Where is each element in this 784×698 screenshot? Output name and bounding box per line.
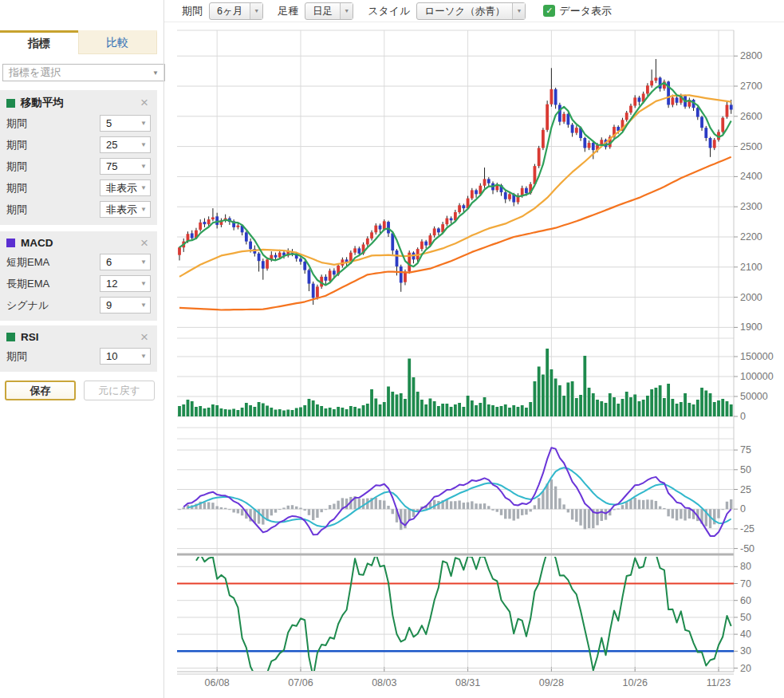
volume-bar (437, 406, 440, 416)
volume-bar (558, 385, 561, 416)
volume-bar (308, 399, 311, 416)
volume-bar (534, 381, 537, 416)
volume-bar (676, 404, 679, 416)
svg-text:80: 80 (740, 561, 751, 572)
svg-text:2600: 2600 (740, 111, 762, 122)
volume-bar (341, 408, 344, 416)
volume-bar (575, 398, 578, 416)
ma25-line (179, 95, 731, 277)
volume-bar (203, 408, 207, 416)
volume-bar (366, 404, 369, 416)
volume-bar (609, 393, 612, 416)
volume-bar (333, 409, 336, 416)
volume-bar (467, 396, 470, 416)
volume-bar (400, 393, 403, 416)
macd-signal-line (188, 467, 731, 526)
volume-bar (379, 404, 382, 416)
volume-panel (178, 349, 733, 416)
volume-bar (441, 404, 444, 416)
volume-bar (211, 404, 215, 416)
volume-bar (617, 404, 620, 416)
volume-bar (224, 409, 227, 416)
volume-bar (566, 383, 569, 417)
volume-bar (692, 404, 695, 416)
svg-text:0: 0 (740, 503, 746, 515)
ma5-line (179, 83, 731, 286)
volume-bar (605, 403, 608, 416)
volume-bar (258, 402, 261, 416)
svg-text:30: 30 (740, 645, 751, 657)
svg-text:-50: -50 (740, 543, 754, 554)
volume-bar (420, 400, 424, 416)
volume-bar (726, 401, 729, 416)
volume-bar (408, 359, 411, 417)
volume-bar (525, 408, 528, 416)
volume-bar (424, 404, 427, 416)
volume-bar (383, 402, 386, 416)
svg-text:08/31: 08/31 (455, 677, 480, 688)
svg-text:06/08: 06/08 (205, 677, 230, 688)
svg-text:75: 75 (740, 444, 751, 455)
svg-text:2800: 2800 (740, 50, 762, 61)
svg-text:11/23: 11/23 (707, 677, 731, 688)
volume-bar (650, 389, 653, 416)
svg-text:50000: 50000 (740, 391, 768, 402)
chart-grid (177, 30, 738, 674)
volume-bar (416, 392, 420, 416)
volume-bar (512, 405, 515, 416)
volume-bar (700, 388, 703, 416)
volume-bar (642, 400, 645, 416)
volume-bar (220, 408, 223, 416)
volume-bar (491, 405, 494, 416)
volume-bar (245, 403, 248, 416)
volume-bar (646, 396, 649, 416)
svg-text:0: 0 (740, 411, 746, 422)
volume-bar (671, 399, 674, 416)
svg-text:10/26: 10/26 (623, 677, 648, 688)
macd-panel (178, 448, 732, 536)
volume-bar (433, 401, 436, 416)
volume-bar (391, 392, 394, 416)
volume-bar (546, 349, 549, 416)
volume-bar (370, 389, 373, 416)
volume-bar (329, 408, 332, 416)
volume-bar (462, 407, 465, 416)
volume-bar (629, 397, 632, 416)
volume-bar (262, 404, 265, 417)
svg-text:40: 40 (740, 629, 751, 640)
volume-bar (232, 409, 235, 417)
volume-bar (571, 381, 574, 416)
volume-bar (475, 405, 478, 416)
volume-bar (479, 403, 482, 416)
rsi-panel (177, 550, 734, 690)
 (183, 448, 731, 536)
volume-bar (633, 395, 636, 417)
volume-bar (458, 403, 461, 416)
volume-bar (663, 398, 666, 416)
volume-bar (583, 356, 586, 416)
volume-bar (554, 379, 557, 417)
volume-bar (508, 408, 511, 416)
volume-bar (396, 395, 399, 417)
svg-text:1900: 1900 (740, 321, 762, 333)
volume-bar (207, 408, 211, 416)
volume-bar (454, 404, 457, 416)
volume-bar (704, 391, 707, 417)
volume-bar (659, 385, 662, 416)
volume-bar (303, 405, 306, 416)
volume-bar (349, 406, 353, 416)
chart-canvas[interactable]: 06/0807/0608/0308/3109/2810/2611/2328002… (0, 0, 784, 698)
svg-text:08/03: 08/03 (372, 677, 396, 688)
volume-bar (638, 401, 641, 416)
volume-bar (713, 402, 716, 416)
volume-bar (504, 404, 507, 416)
volume-bar (286, 410, 290, 417)
volume-bar (299, 408, 302, 417)
volume-bar (730, 404, 733, 416)
volume-bar (228, 410, 231, 417)
volume-bar (471, 400, 474, 416)
ma75-line (179, 157, 731, 310)
volume-bar (562, 396, 565, 416)
volume-bar (517, 407, 520, 416)
volume-bar (550, 369, 553, 416)
